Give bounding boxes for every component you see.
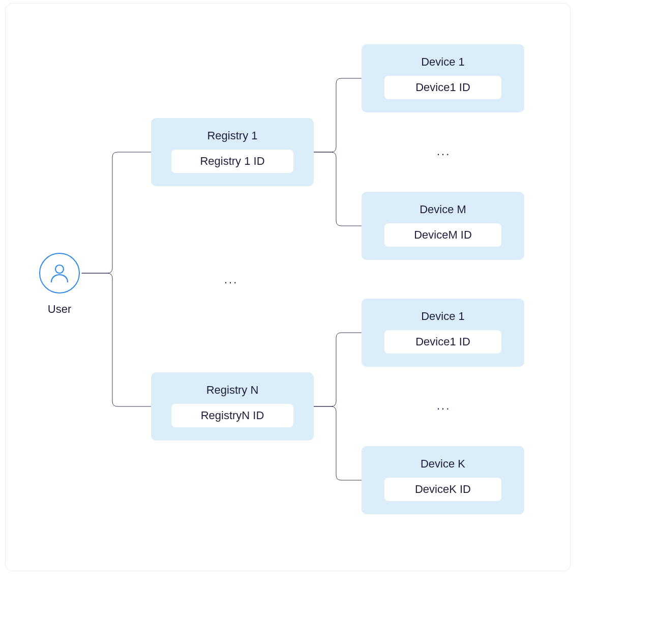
device-title: Device K [375,457,511,471]
registry-title: Registry 1 [164,129,301,142]
registry-title: Registry N [164,384,301,397]
device-node: Device K DeviceK ID [362,446,524,514]
device-node: Device M DeviceM ID [362,192,524,260]
device-title: Device M [375,203,511,216]
svg-point-0 [55,265,64,273]
device-id: Device1 ID [384,330,501,354]
diagram-card: { "user": { "label": "User" }, "ellipsis… [5,3,571,571]
device-id: DeviceM ID [384,223,501,247]
device-id: Device1 ID [384,76,501,99]
device-node: Device 1 Device1 ID [362,299,524,367]
user-icon [39,253,80,294]
device-title: Device 1 [375,55,511,69]
user-node: User [39,253,80,316]
device-node: Device 1 Device1 ID [362,44,524,112]
ellipsis-devices-top: ... [437,145,451,158]
registry-node: Registry 1 Registry 1 ID [151,118,314,186]
registry-id: Registry 1 ID [171,150,293,173]
registry-id: RegistryN ID [171,404,293,427]
ellipsis-registries: ... [224,273,238,286]
device-id: DeviceK ID [384,478,501,501]
user-label: User [39,303,80,316]
ellipsis-devices-bottom: ... [437,399,451,413]
device-title: Device 1 [375,310,511,323]
registry-node: Registry N RegistryN ID [151,372,314,441]
